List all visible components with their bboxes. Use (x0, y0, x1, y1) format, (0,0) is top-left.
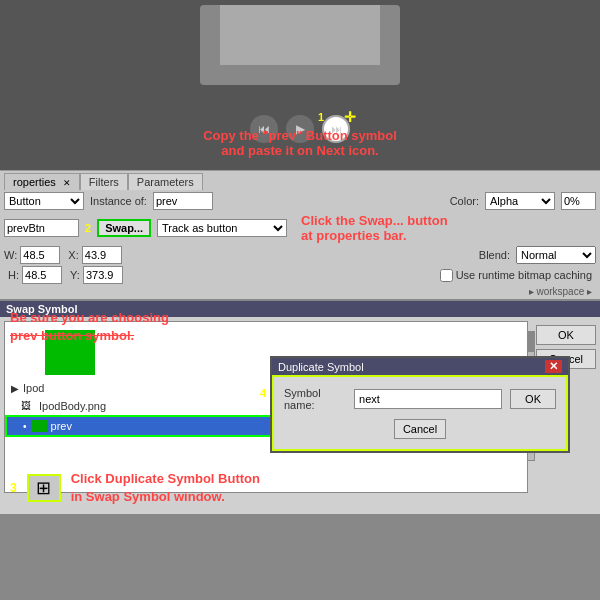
choose-instruction: Be sure you are choosing prev button sym… (10, 309, 169, 345)
step-number-1: 1 (318, 111, 324, 123)
h-field: H: (8, 266, 62, 284)
props-row1: Button Instance of: Color: Alpha (4, 192, 596, 210)
instance-input[interactable] (153, 192, 213, 210)
color-select[interactable]: Alpha (485, 192, 555, 210)
ipod-area: ⏮ ▶ ⏭ 1 ✛ (190, 5, 410, 125)
x-input[interactable] (82, 246, 122, 264)
tab-properties[interactable]: roperties ✕ (4, 173, 80, 190)
bitmap-checkbox[interactable] (440, 269, 453, 282)
props-row4: H: Y: Use runtime bitmap caching (4, 264, 596, 286)
step-number-2: 2 (85, 222, 91, 234)
track-select[interactable]: Track as button (157, 219, 287, 237)
w-input[interactable] (20, 246, 60, 264)
step-number-4: 4 (260, 387, 266, 399)
dup-name-row: Symbol name: OK (284, 387, 556, 411)
workspace-label: ▸ workspace ▸ (4, 286, 596, 297)
scroll-thumb[interactable] (528, 332, 534, 352)
bitmap-check: Use runtime bitmap caching (440, 269, 592, 282)
props-row3: W: X: Blend: Normal (4, 246, 596, 264)
properties-section: roperties ✕ Filters Parameters Button In… (0, 170, 600, 299)
film-icon: 🖼 (21, 400, 35, 412)
close-properties-icon[interactable]: ✕ (63, 178, 71, 188)
bottom-instruction: 3 ⊞ Click Duplicate Symbol Button in Swa… (10, 470, 260, 506)
top-instruction: Copy the "prev" Button symbol and paste … (203, 128, 397, 158)
props-row2: 2 Swap... Track as button Click the Swap… (4, 213, 596, 243)
props-coords-2: H: Y: (8, 266, 123, 284)
duplicate-symbol-icon: ⊞ (27, 474, 61, 502)
dup-ok-button[interactable]: OK (510, 389, 556, 409)
dup-cancel-button[interactable]: Cancel (394, 419, 446, 439)
props-tabs: roperties ✕ Filters Parameters (4, 173, 596, 190)
name-input[interactable] (4, 219, 79, 237)
swap-ok-button[interactable]: OK (536, 325, 596, 345)
tab-parameters[interactable]: Parameters (128, 173, 203, 190)
x-field: X: (68, 246, 121, 264)
track-dropdown: Track as button (157, 219, 287, 237)
crosshair-icon: ✛ (344, 109, 356, 125)
bottom-instruction-text: Click Duplicate Symbol Button in Swap Sy… (71, 470, 260, 506)
symbol-icon (31, 420, 47, 432)
swap-instruction: Click the Swap... button at properties b… (301, 213, 448, 243)
top-section: ⏮ ▶ ⏭ 1 ✛ Copy the "prev" Button symbol … (0, 0, 600, 170)
swap-symbol-panel: Swap Symbol Be sure you are choosing pre… (0, 299, 600, 514)
y-field: Y: (70, 266, 123, 284)
y-input[interactable] (83, 266, 123, 284)
props-coords: W: X: (4, 246, 122, 264)
type-select[interactable]: Button (4, 192, 84, 210)
w-field: W: (4, 246, 60, 264)
color-percent[interactable] (561, 192, 596, 210)
dup-dialog-titlebar: Duplicate Symbol ✕ (272, 358, 568, 375)
h-input[interactable] (22, 266, 62, 284)
tab-filters[interactable]: Filters (80, 173, 128, 190)
bullet-icon: • (23, 421, 27, 432)
blend-select[interactable]: Normal (516, 246, 596, 264)
dup-action-buttons: Cancel (284, 419, 556, 439)
duplicate-symbol-dialog: Duplicate Symbol ✕ 4 Symbol name: OK Can… (270, 356, 570, 453)
swap-button[interactable]: Swap... (97, 219, 151, 237)
dup-dialog-body: 4 Symbol name: OK Cancel (272, 375, 568, 451)
symbol-name-input[interactable] (354, 389, 502, 409)
dup-close-button[interactable]: ✕ (545, 360, 562, 373)
